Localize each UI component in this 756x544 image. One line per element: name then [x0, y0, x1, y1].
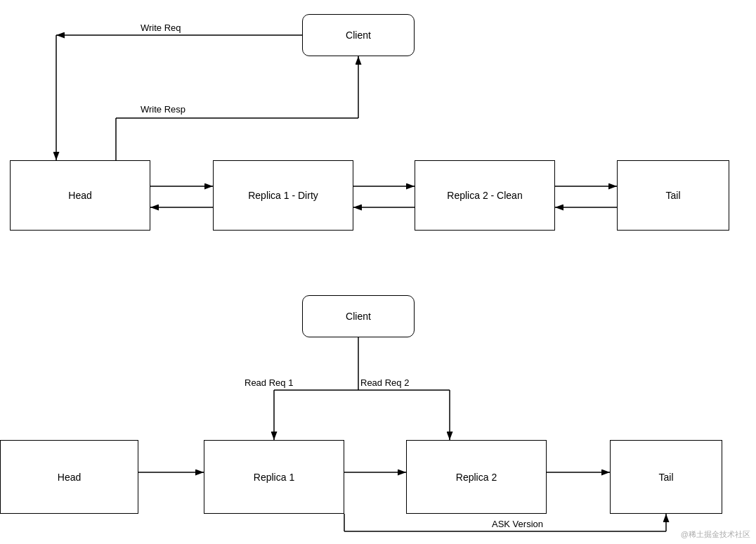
read-req1-label: Read Req 1: [245, 377, 293, 388]
top-head-label: Head: [68, 190, 91, 201]
top-replica1-label: Replica 1 - Dirty: [248, 190, 318, 201]
bottom-replica1-box: Replica 1: [204, 440, 344, 514]
top-replica2-box: Replica 2 - Clean: [415, 160, 555, 231]
top-tail-label: Tail: [665, 190, 680, 201]
top-client-label: Client: [346, 30, 371, 41]
bottom-client-box: Client: [302, 295, 415, 337]
bottom-tail-label: Tail: [658, 472, 673, 483]
top-head-box: Head: [10, 160, 150, 231]
diagram-container: Write Req Write Resp: [0, 0, 756, 544]
watermark: @稀土掘金技术社区: [681, 529, 750, 540]
bottom-tail-box: Tail: [610, 440, 722, 514]
write-resp-label: Write Resp: [141, 104, 185, 115]
top-tail-box: Tail: [617, 160, 729, 231]
top-replica2-label: Replica 2 - Clean: [447, 190, 522, 201]
bottom-head-label: Head: [58, 472, 81, 483]
read-req2-label: Read Req 2: [360, 377, 409, 388]
bottom-replica2-label: Replica 2: [456, 472, 497, 483]
bottom-client-label: Client: [346, 311, 371, 322]
bottom-replica2-box: Replica 2: [406, 440, 547, 514]
bottom-head-box: Head: [0, 440, 138, 514]
write-req-label: Write Req: [141, 22, 181, 33]
ask-version-label: ASK Version: [492, 519, 543, 529]
bottom-replica1-label: Replica 1: [254, 472, 294, 483]
top-client-box: Client: [302, 14, 415, 56]
top-replica1-box: Replica 1 - Dirty: [213, 160, 353, 231]
